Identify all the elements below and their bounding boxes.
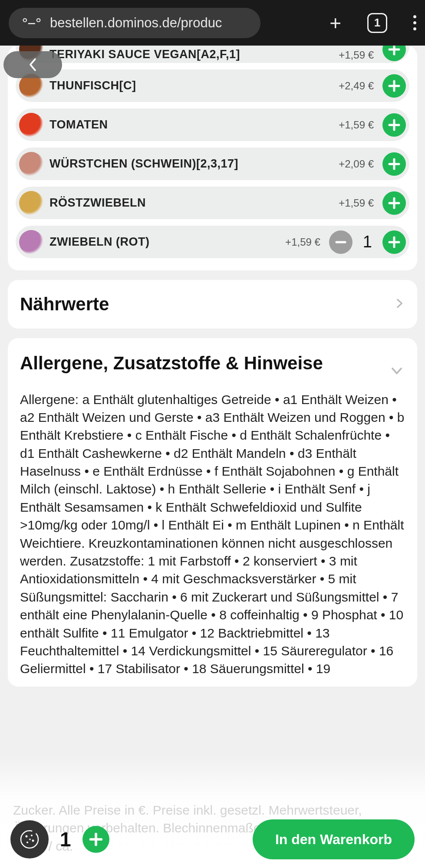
- increment-button[interactable]: [382, 74, 406, 98]
- plus-icon: [89, 832, 103, 847]
- topping-row: TERIYAKI SAUCE VEGAN[A2,F,1]+1,59 €: [16, 46, 409, 63]
- plus-icon: [388, 158, 401, 171]
- browser-bar: °−° bestellen.dominos.de/produc + 1: [0, 0, 425, 46]
- topping-row: ZWIEBELN (ROT)+1,59 €1: [16, 226, 409, 258]
- topping-row: RÖSTZWIEBELN+1,59 €: [16, 187, 409, 219]
- topping-price: +2,09 €: [339, 158, 374, 170]
- nutrition-section[interactable]: Nährwerte: [8, 280, 417, 329]
- topping-name: THUNFISCH[C]: [49, 79, 333, 92]
- topping-row: TOMATEN+1,59 €: [16, 108, 409, 141]
- topping-price: +1,59 €: [339, 49, 374, 61]
- decrement-button[interactable]: [329, 230, 353, 254]
- topping-price: +1,59 €: [339, 197, 374, 209]
- chevron-left-icon: [29, 58, 37, 71]
- svg-point-1: [26, 835, 28, 838]
- cookie-icon: [19, 829, 40, 850]
- topping-quantity: 1: [363, 233, 372, 251]
- nutrition-title: Nährwerte: [20, 294, 109, 315]
- topping-price: +1,59 €: [285, 236, 320, 248]
- menu-icon[interactable]: [413, 15, 416, 30]
- footer-add-button[interactable]: [82, 826, 109, 853]
- topping-row: WÜRSTCHEN (SCHWEIN)[2,3,17]+2,09 €: [16, 148, 409, 180]
- allergens-title[interactable]: Allergene, Zusatzstoffe & Hinweise: [20, 352, 405, 375]
- topping-price: +2,49 €: [339, 80, 374, 92]
- plus-icon: [388, 46, 401, 56]
- add-to-cart-button[interactable]: In den Warenkorb: [253, 819, 415, 859]
- svg-point-5: [29, 838, 31, 840]
- url-bar[interactable]: °−° bestellen.dominos.de/produc: [9, 8, 260, 38]
- topping-name: TERIYAKI SAUCE VEGAN[A2,F,1]: [49, 48, 333, 61]
- minus-icon: [334, 236, 347, 249]
- increment-button[interactable]: [382, 152, 406, 176]
- allergens-section: Allergene, Zusatzstoffe & Hinweise Aller…: [8, 338, 417, 687]
- topping-name: ZWIEBELN (ROT): [49, 235, 279, 249]
- tab-switcher[interactable]: 1: [367, 13, 387, 33]
- allergens-body: Allergene: a Enthält glutenhaltiges Getr…: [20, 391, 405, 678]
- back-button[interactable]: [3, 51, 62, 78]
- cookie-settings-button[interactable]: [10, 820, 49, 858]
- plus-icon: [388, 236, 401, 249]
- plus-icon: [388, 79, 401, 92]
- plus-icon: [388, 197, 401, 210]
- svg-point-2: [31, 835, 33, 836]
- site-settings-icon: °−°: [21, 15, 41, 31]
- topping-image: [19, 191, 43, 215]
- svg-point-4: [26, 842, 28, 843]
- url-text: bestellen.dominos.de/produc: [50, 15, 222, 31]
- topping-price: +1,59 €: [339, 119, 374, 131]
- chevron-right-icon: [394, 298, 405, 311]
- footer-quantity: 1: [60, 828, 71, 851]
- increment-button[interactable]: [382, 230, 406, 254]
- topping-row: THUNFISCH[C]+2,49 €: [16, 69, 409, 102]
- plus-icon: [388, 118, 401, 132]
- footer-bar: 1 In den Warenkorb: [0, 819, 425, 859]
- svg-point-3: [32, 840, 34, 842]
- topping-name: WÜRSTCHEN (SCHWEIN)[2,3,17]: [49, 157, 333, 171]
- new-tab-icon[interactable]: +: [329, 11, 341, 35]
- topping-name: RÖSTZWIEBELN: [49, 196, 333, 210]
- topping-image: [19, 152, 43, 176]
- toppings-list: TERIYAKI SAUCE VEGAN[A2,F,1]+1,59 €THUNF…: [8, 46, 417, 270]
- chevron-down-icon[interactable]: [390, 364, 403, 379]
- topping-image: [19, 230, 43, 254]
- increment-button[interactable]: [382, 191, 406, 215]
- topping-image: [19, 113, 43, 137]
- increment-button[interactable]: [382, 113, 406, 137]
- topping-name: TOMATEN: [49, 118, 333, 132]
- increment-button[interactable]: [382, 46, 406, 61]
